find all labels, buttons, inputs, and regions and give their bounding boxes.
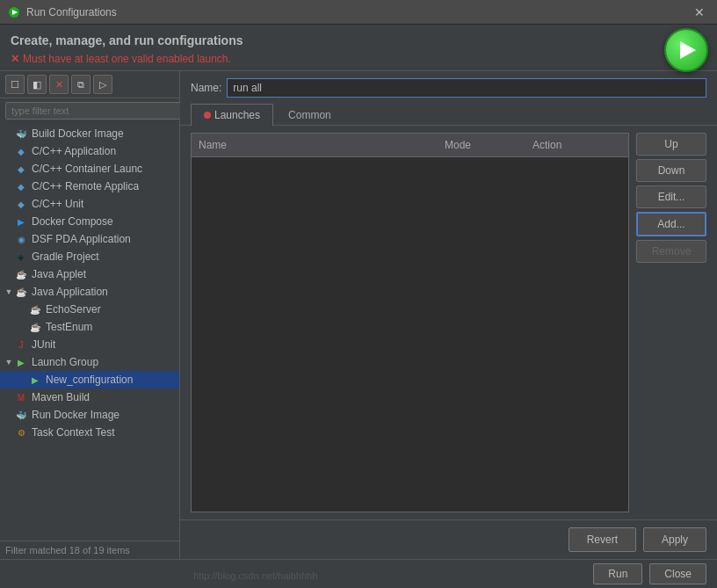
filter-status: Filter matched 18 of 19 items: [0, 541, 179, 559]
error-text: Must have at least one valid enabled lau…: [23, 53, 231, 65]
tree-item-cpp-app[interactable]: ◆ C/C++ Application: [0, 142, 179, 160]
item-icon: ◆: [14, 179, 28, 193]
run-button[interactable]: [664, 28, 708, 72]
item-label: Gradle Project: [32, 250, 99, 263]
item-icon: ▶: [14, 214, 28, 229]
item-label: Launch Group: [32, 356, 98, 368]
link-btn[interactable]: ▷: [93, 75, 112, 94]
tree-item-gradle[interactable]: ◈ Gradle Project: [0, 248, 179, 265]
error-icon: ✕: [11, 53, 19, 65]
remove-button[interactable]: Remove: [636, 240, 706, 263]
item-label: Task Context Test: [32, 426, 115, 439]
item-icon: 🐳: [14, 127, 28, 141]
run-bottom-button[interactable]: Run: [593, 563, 642, 584]
tree-item-java-applet[interactable]: ☕ Java Applet: [0, 265, 179, 283]
item-icon: ◈: [14, 250, 28, 264]
tree-item-cpp-container[interactable]: ◆ C/C++ Container Launc: [0, 160, 179, 178]
add-button[interactable]: Add...: [636, 212, 706, 236]
item-label: Java Application: [32, 286, 108, 298]
tree-item-build-docker[interactable]: 🐳 Build Docker Image: [0, 125, 179, 142]
tabs-row: LaunchesCommon: [180, 103, 717, 126]
item-label: C/C++ Remote Applica: [32, 180, 139, 192]
run-icon: [680, 41, 696, 59]
item-label: C/C++ Unit: [32, 198, 83, 210]
item-icon: M: [14, 390, 28, 404]
item-label: EchoServer: [46, 303, 101, 316]
tree-item-dsf-pda[interactable]: ◉ DSF PDA Application: [0, 230, 179, 248]
item-label: C/C++ Application: [32, 145, 116, 157]
run-btn-area: [664, 28, 708, 72]
name-input[interactable]: [227, 78, 706, 98]
item-icon: ☕: [14, 267, 28, 281]
header-title: Create, manage, and run configurations: [11, 33, 655, 47]
tree-item-echo-server[interactable]: ☕ EchoServer: [0, 301, 179, 318]
launches-table: Name Mode Action: [191, 133, 629, 512]
table-header: Name Mode Action: [192, 134, 628, 157]
main-content: ☐ ◧ ✕ ⧉ ▷ 🐳 Build Docker Image ◆ C/C++ A…: [0, 71, 717, 559]
launches-panel: Name Mode Action Up Down Edit... Add... …: [180, 126, 717, 519]
tree-item-cpp-remote[interactable]: ◆ C/C++ Remote Applica: [0, 178, 179, 195]
tab-launches[interactable]: Launches: [191, 104, 273, 126]
main-panel: Name: LaunchesCommon Name Mode Action: [180, 71, 717, 559]
edit-button[interactable]: Edit...: [636, 185, 706, 208]
footer: Revert Apply: [180, 519, 717, 559]
tree-item-docker-compose[interactable]: ▶ Docker Compose: [0, 213, 179, 230]
window-title: Run Configurations: [26, 6, 689, 18]
item-label: C/C++ Container Launc: [32, 163, 142, 175]
header: Create, manage, and run configurations ✕…: [0, 25, 717, 71]
item-icon: J: [14, 338, 28, 352]
expand-arrow: ▼: [4, 287, 14, 296]
delete-btn[interactable]: ✕: [49, 75, 69, 94]
filter-input[interactable]: [5, 102, 185, 120]
window-icon: [7, 5, 21, 19]
tree-item-junit[interactable]: J JUnit: [0, 336, 179, 353]
error-message: ✕ Must have at least one valid enabled l…: [11, 53, 655, 65]
tree-view: 🐳 Build Docker Image ◆ C/C++ Application…: [0, 123, 179, 541]
tree-item-cpp-unit[interactable]: ◆ C/C++ Unit: [0, 195, 179, 213]
run-configurations-window: Run Configurations ✕ Create, manage, and…: [0, 0, 717, 588]
close-button[interactable]: ✕: [689, 4, 710, 21]
item-label: Docker Compose: [32, 215, 113, 228]
table-body: [192, 157, 628, 512]
sidebar: ☐ ◧ ✕ ⧉ ▷ 🐳 Build Docker Image ◆ C/C++ A…: [0, 71, 180, 559]
name-row: Name:: [180, 71, 717, 103]
tree-item-new-config[interactable]: ▶ New_configuration: [0, 371, 179, 388]
tab-error-dot: [204, 112, 211, 119]
item-icon: ☕: [28, 320, 42, 334]
item-label: TestEnum: [46, 321, 92, 333]
close-bottom-button[interactable]: Close: [649, 563, 706, 584]
new-config-btn[interactable]: ☐: [5, 75, 25, 94]
item-label: Java Applet: [32, 268, 86, 280]
duplicate-btn[interactable]: ⧉: [71, 75, 91, 94]
tree-item-run-docker[interactable]: 🐳 Run Docker Image: [0, 406, 179, 424]
item-icon: ▶: [28, 373, 42, 387]
col-mode: Mode: [438, 137, 525, 153]
item-label: New_configuration: [46, 374, 133, 386]
new-type-btn[interactable]: ◧: [27, 75, 47, 94]
item-icon: 🐳: [14, 408, 28, 422]
tree-item-launch-group[interactable]: ▼ ▶ Launch Group: [0, 353, 179, 371]
item-icon: ☕: [28, 302, 42, 316]
sidebar-toolbar: ☐ ◧ ✕ ⧉ ▷: [0, 71, 179, 98]
col-name: Name: [192, 137, 438, 153]
tree-item-maven-build[interactable]: M Maven Build: [0, 388, 179, 406]
name-label: Name:: [191, 82, 221, 94]
launches-buttons: Up Down Edit... Add... Remove: [636, 133, 706, 512]
tree-item-task-context[interactable]: ⚙ Task Context Test: [0, 424, 179, 441]
bottom-bar: http://blog.csdn.net/haibhhhh Run Close: [0, 559, 717, 588]
item-label: JUnit: [32, 338, 55, 351]
item-icon: ☕: [14, 285, 28, 299]
down-button[interactable]: Down: [636, 159, 706, 182]
tab-common[interactable]: Common: [275, 104, 344, 126]
item-icon: ◆: [14, 162, 28, 176]
tree-item-test-enum[interactable]: ☕ TestEnum: [0, 318, 179, 336]
col-action: Action: [525, 137, 613, 153]
item-icon: ◆: [14, 144, 28, 158]
title-bar: Run Configurations ✕: [0, 0, 717, 25]
item-icon: ⚙: [14, 425, 28, 439]
apply-button[interactable]: Apply: [643, 527, 706, 552]
revert-button[interactable]: Revert: [569, 527, 636, 552]
expand-arrow: ▼: [4, 358, 14, 367]
tree-item-java-app[interactable]: ▼ ☕ Java Application: [0, 283, 179, 301]
up-button[interactable]: Up: [636, 133, 706, 156]
